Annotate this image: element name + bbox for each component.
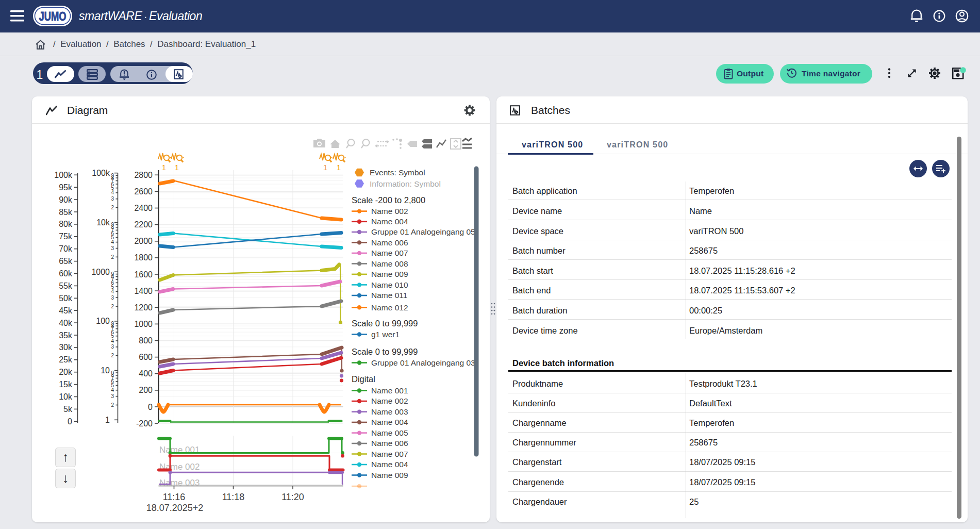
svg-text:11:16: 11:16 — [163, 492, 186, 502]
svg-text:1: 1 — [175, 163, 179, 172]
svg-text:9: 9 — [111, 222, 114, 227]
svg-text:10: 10 — [101, 366, 110, 375]
svg-text:2: 2 — [111, 205, 114, 210]
svg-text:10k: 10k — [59, 392, 73, 401]
svg-text:2: 2 — [111, 254, 114, 260]
svg-text:3: 3 — [111, 196, 114, 202]
svg-text:Name 003: Name 003 — [159, 478, 200, 488]
svg-text:400: 400 — [139, 369, 153, 378]
svg-text:Scale -200 to 2,800: Scale -200 to 2,800 — [352, 195, 425, 205]
svg-text:Name 008: Name 008 — [371, 259, 408, 268]
svg-text:Gruppe 01 Analogeingang 03: Gruppe 01 Analogeingang 03 — [371, 358, 475, 367]
svg-text:2400: 2400 — [134, 204, 153, 212]
svg-text:Name 009: Name 009 — [371, 270, 408, 278]
svg-text:3: 3 — [111, 344, 114, 350]
svg-text:Name 009: Name 009 — [371, 471, 408, 480]
svg-text:10k: 10k — [96, 218, 110, 227]
svg-text:2000: 2000 — [134, 237, 153, 245]
svg-text:Name 005: Name 005 — [371, 428, 408, 437]
svg-text:35k: 35k — [59, 331, 73, 340]
svg-text:JUMO: JUMO — [39, 9, 67, 23]
svg-text:75k: 75k — [59, 232, 73, 241]
svg-text:Events: Symbol: Events: Symbol — [370, 168, 425, 177]
svg-text:100: 100 — [96, 317, 110, 325]
svg-text:80k: 80k — [59, 220, 73, 228]
svg-text:2800: 2800 — [134, 171, 153, 179]
svg-text:Name 010: Name 010 — [371, 280, 408, 289]
svg-text:1400: 1400 — [134, 287, 153, 295]
svg-text:55k: 55k — [59, 282, 73, 290]
svg-text:90k: 90k — [59, 195, 73, 204]
svg-text:800: 800 — [139, 336, 153, 345]
svg-text:600: 600 — [139, 353, 153, 361]
svg-text:2: 2 — [111, 353, 114, 358]
svg-text:9: 9 — [111, 271, 114, 277]
svg-text:1200: 1200 — [134, 303, 153, 312]
svg-text:18.07.2025+2: 18.07.2025+2 — [146, 503, 204, 513]
svg-text:85k: 85k — [59, 208, 73, 217]
svg-text:Name 002: Name 002 — [371, 396, 408, 405]
svg-text:95k: 95k — [59, 183, 73, 192]
svg-text:2: 2 — [111, 402, 114, 408]
svg-text:25k: 25k — [59, 355, 73, 364]
svg-text:100k: 100k — [54, 171, 73, 179]
svg-text:3: 3 — [111, 245, 114, 251]
svg-text:70k: 70k — [59, 244, 73, 253]
svg-text:g1 wer1: g1 wer1 — [371, 330, 400, 339]
svg-text:Gruppe 01 Analogeingang 05: Gruppe 01 Analogeingang 05 — [371, 227, 475, 236]
svg-text:50k: 50k — [59, 294, 73, 303]
svg-text:11:20: 11:20 — [281, 492, 304, 502]
svg-text:45k: 45k — [59, 306, 73, 315]
svg-text:Name 004: Name 004 — [371, 217, 408, 226]
svg-text:Scale 0 to 99,999: Scale 0 to 99,999 — [352, 347, 418, 356]
svg-text:Name 004: Name 004 — [371, 460, 408, 469]
svg-text:100k: 100k — [92, 169, 110, 177]
svg-text:-200: -200 — [136, 419, 153, 428]
svg-text:60k: 60k — [59, 269, 73, 278]
svg-text:Name 002: Name 002 — [371, 207, 408, 216]
svg-text:3: 3 — [111, 393, 114, 399]
svg-text:Name 011: Name 011 — [371, 291, 407, 300]
svg-text:65k: 65k — [59, 257, 73, 266]
svg-text:15k: 15k — [59, 380, 73, 389]
svg-text:1800: 1800 — [134, 253, 153, 262]
svg-text:30k: 30k — [59, 343, 73, 352]
svg-text:1: 1 — [162, 163, 166, 172]
svg-text:Name 007: Name 007 — [371, 450, 408, 458]
svg-text:9: 9 — [111, 173, 114, 178]
svg-text:1000: 1000 — [134, 320, 153, 328]
svg-text:Scale 0 to 99,999: Scale 0 to 99,999 — [352, 319, 418, 328]
svg-text:1000: 1000 — [91, 268, 110, 276]
svg-text:Name 006: Name 006 — [371, 238, 408, 247]
svg-text:Name 006: Name 006 — [371, 439, 408, 448]
svg-text:5k: 5k — [63, 405, 73, 414]
svg-text:3: 3 — [111, 295, 114, 301]
svg-text:Name 007: Name 007 — [371, 249, 408, 257]
svg-text:Name 004: Name 004 — [371, 418, 408, 426]
svg-text:Name 001: Name 001 — [371, 386, 408, 395]
svg-text:11:18: 11:18 — [222, 492, 245, 502]
svg-text:Digital: Digital — [352, 374, 375, 384]
svg-text:9: 9 — [111, 321, 114, 326]
svg-text:2600: 2600 — [134, 187, 153, 196]
svg-text:1: 1 — [105, 416, 110, 424]
svg-text:0: 0 — [68, 417, 72, 426]
svg-text:2200: 2200 — [134, 220, 153, 229]
svg-text:Information: Symbol: Information: Symbol — [370, 179, 441, 188]
svg-text:1600: 1600 — [134, 270, 153, 279]
svg-text:200: 200 — [139, 386, 153, 394]
svg-text:9: 9 — [111, 370, 114, 376]
svg-text:1: 1 — [323, 163, 327, 172]
svg-text:20k: 20k — [59, 368, 73, 376]
svg-text:1: 1 — [337, 163, 341, 172]
svg-text:2: 2 — [111, 304, 114, 309]
svg-text:Name 003: Name 003 — [371, 407, 408, 416]
svg-text:40k: 40k — [59, 319, 73, 327]
svg-text:Name 012: Name 012 — [371, 303, 408, 312]
svg-text:0: 0 — [148, 403, 153, 411]
